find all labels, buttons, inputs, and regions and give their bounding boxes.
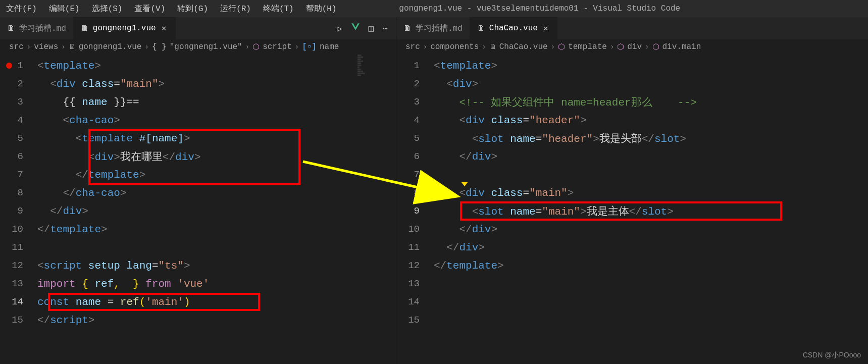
- line-number: 10: [0, 224, 37, 235]
- bc-file[interactable]: ChaCao.vue: [499, 42, 548, 51]
- bc-name[interactable]: name: [320, 42, 339, 51]
- breadcrumb-right[interactable]: src› components› 🗎 ChaCao.vue› ⬡ templat…: [396, 39, 868, 55]
- line-number: 11: [396, 242, 434, 253]
- file-icon: 🗎: [81, 24, 89, 33]
- line-number: 4: [396, 115, 434, 126]
- tabbar-right: 🗎 学习插槽.md 🗎 ChaCao.vue ✕: [396, 17, 868, 39]
- line-number: 7: [396, 169, 434, 180]
- line-number: 9: [396, 205, 434, 217]
- tab-label: ChaCao.vue: [489, 24, 538, 33]
- more-icon[interactable]: ⋯: [383, 23, 388, 34]
- bc-components[interactable]: components: [430, 42, 479, 51]
- line-number: 5: [396, 133, 434, 144]
- split-editor-icon[interactable]: ◫: [369, 23, 374, 34]
- file-icon: 🗎: [403, 24, 412, 33]
- editor-right[interactable]: 1<template> 2 <div> 3 <!-- 如果父组件中 name=h…: [396, 55, 868, 364]
- menu-run[interactable]: 运行(R): [220, 4, 251, 14]
- tab-markdown[interactable]: 🗎 学习插槽.md: [0, 17, 74, 39]
- tab-label: 学习插槽.md: [416, 23, 463, 34]
- tabbar-left: 🗎 学习插槽.md 🗎 gongneng1.vue ✕ ▷ ◫ ⋯: [0, 17, 396, 39]
- tab-label: 学习插槽.md: [19, 23, 66, 34]
- line-number: 15: [0, 315, 37, 326]
- editor-group-left: 🗎 学习插槽.md 🗎 gongneng1.vue ✕ ▷ ◫ ⋯ src› v…: [0, 17, 396, 364]
- symbol-icon: ⬡: [558, 42, 565, 52]
- line-number: 14: [396, 296, 434, 307]
- line-number: 15: [396, 315, 434, 326]
- file-icon: 🗎: [477, 24, 485, 33]
- line-number: 3: [0, 96, 37, 108]
- line-number: 10: [396, 224, 434, 235]
- line-number: 12: [396, 260, 434, 271]
- line-number: 2: [0, 78, 37, 89]
- vue-devtools-icon[interactable]: [351, 23, 360, 34]
- bc-src[interactable]: src: [405, 42, 420, 51]
- breakpoint-icon[interactable]: [6, 63, 12, 69]
- line-number: 7: [0, 169, 37, 180]
- editor-actions: ▷ ◫ ⋯: [329, 23, 396, 34]
- line-number: 3: [396, 96, 434, 108]
- tab-label: gongneng1.vue: [93, 24, 156, 33]
- close-icon[interactable]: ✕: [542, 23, 550, 33]
- menu-terminal[interactable]: 终端(T): [263, 4, 294, 14]
- line-number: 13: [0, 278, 37, 289]
- bc-script[interactable]: script: [263, 42, 292, 51]
- tab-gongneng1[interactable]: 🗎 gongneng1.vue ✕: [74, 17, 176, 39]
- bc-file[interactable]: gongneng1.vue: [79, 42, 142, 51]
- line-number: 9: [0, 205, 37, 217]
- line-number: 8: [396, 187, 434, 198]
- variable-icon: [▫]: [302, 42, 317, 51]
- breadcrumb-left[interactable]: src› views› 🗎 gongneng1.vue› { } "gongne…: [0, 39, 396, 55]
- tab-chacao[interactable]: 🗎 ChaCao.vue ✕: [470, 17, 557, 39]
- menu-help[interactable]: 帮助(H): [306, 4, 337, 14]
- symbol-icon: ⬡: [252, 42, 260, 52]
- menubar: 文件(F) 编辑(E) 选择(S) 查看(V) 转到(G) 运行(R) 终端(T…: [0, 0, 868, 17]
- line-number: 11: [0, 242, 37, 253]
- line-number: 13: [396, 278, 434, 289]
- line-number: 6: [0, 151, 37, 162]
- bc-scope[interactable]: "gongneng1.vue": [170, 42, 242, 51]
- bc-views[interactable]: views: [34, 42, 58, 51]
- bc-div[interactable]: div: [627, 42, 642, 51]
- bc-src[interactable]: src: [9, 42, 24, 51]
- menu-file[interactable]: 文件(F): [6, 4, 37, 14]
- window-title: gongneng1.vue - vue3tselementuidemo01 - …: [349, 4, 731, 13]
- editor-left[interactable]: ████████████████████████████████████████…: [0, 55, 396, 364]
- symbol-icon: ⬡: [652, 42, 659, 52]
- menu-view[interactable]: 查看(V): [134, 4, 165, 14]
- line-number: 4: [0, 115, 37, 126]
- close-icon[interactable]: ✕: [160, 23, 168, 33]
- menu-go[interactable]: 转到(G): [177, 4, 208, 14]
- menu-edit[interactable]: 编辑(E): [49, 4, 80, 14]
- file-icon: 🗎: [69, 43, 76, 51]
- braces-icon: { }: [152, 42, 167, 51]
- bc-template[interactable]: template: [568, 42, 607, 51]
- line-number: 1: [396, 60, 434, 71]
- line-number: 14: [0, 296, 37, 307]
- tab-markdown[interactable]: 🗎 学习插槽.md: [396, 17, 470, 39]
- file-icon: 🗎: [489, 43, 496, 51]
- symbol-icon: ⬡: [617, 42, 624, 52]
- editor-group-right: 🗎 学习插槽.md 🗎 ChaCao.vue ✕ src› components…: [396, 17, 868, 364]
- line-number: 8: [0, 187, 37, 198]
- line-number: 12: [0, 260, 37, 271]
- bc-divmain[interactable]: div.main: [662, 42, 701, 51]
- file-icon: 🗎: [7, 24, 15, 33]
- watermark: CSDN @小POooo: [803, 351, 861, 360]
- line-number: 2: [396, 78, 434, 89]
- run-icon[interactable]: ▷: [337, 23, 342, 34]
- menu-select[interactable]: 选择(S): [92, 4, 123, 14]
- line-number: 6: [396, 151, 434, 162]
- line-number: 5: [0, 133, 37, 144]
